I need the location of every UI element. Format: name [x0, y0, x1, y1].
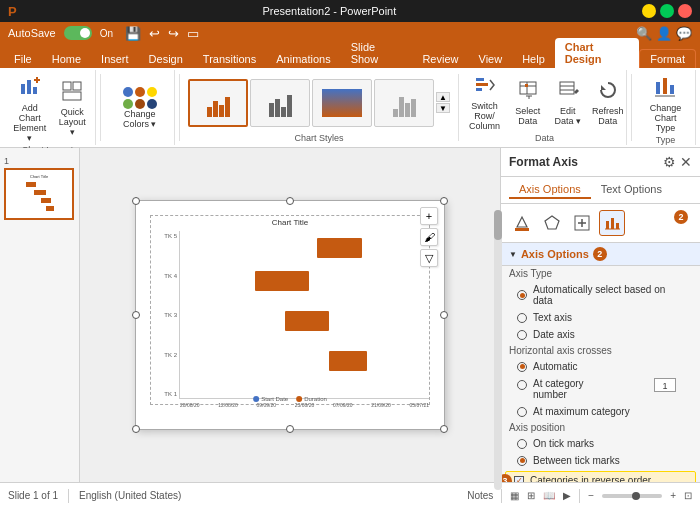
auto-select-option[interactable]: Automatically select based on data	[501, 281, 700, 309]
reverse-order-option[interactable]: Categories in reverse order 3	[505, 471, 696, 482]
tab-chart-design[interactable]: Chart Design	[555, 38, 639, 68]
tab-home[interactable]: Home	[42, 50, 91, 68]
tab-text-options[interactable]: Text Options	[591, 181, 672, 199]
zoom-slider[interactable]	[602, 494, 662, 498]
autosave-toggle[interactable]	[64, 26, 92, 40]
save-icon[interactable]: 💾	[125, 26, 141, 41]
format-effects-icon[interactable]	[539, 210, 565, 236]
tab-file[interactable]: File	[4, 50, 42, 68]
select-data-button[interactable]: SelectData	[510, 77, 546, 128]
edit-data-button[interactable]: EditData ▾	[550, 77, 586, 128]
chart-plus-button[interactable]: +	[420, 207, 438, 225]
radio-auto[interactable]	[517, 290, 527, 300]
tab-slideshow[interactable]: Slide Show	[341, 38, 413, 68]
select-data-icon	[517, 79, 539, 106]
toolbar-icon[interactable]: ▭	[187, 26, 199, 41]
window-controls	[642, 4, 692, 18]
tab-animations[interactable]: Animations	[266, 50, 340, 68]
redo-icon[interactable]: ↪	[168, 26, 179, 41]
switch-row-column-button[interactable]: Switch Row/Column	[463, 72, 506, 133]
chart-container[interactable]: Chart Title TK 5 TK 4 TK 3 TK 2 TK 1	[150, 215, 430, 405]
on-tick-option[interactable]: On tick marks	[501, 435, 700, 452]
style-scroll-down[interactable]: ▼	[436, 103, 450, 113]
radio-max-category[interactable]	[517, 407, 527, 417]
slide-sorter-icon[interactable]: ⊞	[527, 490, 535, 501]
refresh-data-button[interactable]: RefreshData	[590, 77, 626, 128]
zoom-fit-button[interactable]: ⊡	[684, 490, 692, 501]
handle-bm[interactable]	[286, 425, 294, 433]
status-right: Notes ▦ ⊞ 📖 ▶ − + ⊡	[467, 489, 692, 503]
minimize-button[interactable]	[642, 4, 656, 18]
format-fill-icon[interactable]	[509, 210, 535, 236]
chart-style-1[interactable]	[188, 79, 248, 127]
radio-automatic[interactable]	[517, 362, 527, 372]
quick-layout-button[interactable]: QuickLayout ▾	[54, 78, 90, 139]
automatic-option[interactable]: Automatic	[501, 358, 700, 375]
handle-mr[interactable]	[440, 311, 448, 319]
panel-close-button[interactable]: ✕	[680, 154, 692, 170]
reading-view-icon[interactable]: 📖	[543, 490, 555, 501]
panel-scrollbar-track[interactable]	[494, 210, 502, 490]
svg-rect-15	[560, 82, 574, 94]
tab-transitions[interactable]: Transitions	[193, 50, 266, 68]
chart-style-2[interactable]	[250, 79, 310, 127]
svg-rect-26	[41, 198, 51, 203]
zoom-thumb[interactable]	[632, 492, 640, 500]
radio-between-tick[interactable]	[517, 456, 527, 466]
change-chart-type-button[interactable]: ChangeChart Type	[642, 72, 689, 135]
at-category-option[interactable]: At category number 1	[501, 375, 700, 403]
chart-style-3[interactable]	[312, 79, 372, 127]
normal-view-icon[interactable]: ▦	[510, 490, 519, 501]
tab-design[interactable]: Design	[139, 50, 193, 68]
category-number-input[interactable]: 1	[654, 378, 676, 392]
mini-bar	[287, 95, 292, 117]
zoom-in-button[interactable]: +	[670, 490, 676, 501]
share-icon[interactable]: 👤	[656, 26, 672, 41]
maximize-button[interactable]	[660, 4, 674, 18]
color-circle-dark-orange	[135, 99, 145, 109]
change-colors-button[interactable]: ChangeColors ▾	[119, 85, 161, 131]
format-size-icon[interactable]	[569, 210, 595, 236]
handle-ml[interactable]	[132, 311, 140, 319]
tab-help[interactable]: Help	[512, 50, 555, 68]
zoom-out-button[interactable]: −	[588, 490, 594, 501]
close-button[interactable]	[678, 4, 692, 18]
mini-bar	[399, 97, 404, 117]
comments-icon[interactable]: 💬	[676, 26, 692, 41]
panel-settings-icon[interactable]: ⚙	[663, 154, 676, 170]
tab-axis-options[interactable]: Axis Options	[509, 181, 591, 199]
notes-button[interactable]: Notes	[467, 490, 493, 501]
panel-scrollbar-thumb[interactable]	[494, 210, 502, 240]
tab-format[interactable]: Format	[639, 49, 696, 68]
slide-thumbnail[interactable]: Chart Title	[4, 168, 74, 220]
search-icon[interactable]: 🔍	[636, 26, 652, 41]
handle-br[interactable]	[440, 425, 448, 433]
radio-at-category[interactable]	[517, 380, 527, 390]
radio-on-tick[interactable]	[517, 439, 527, 449]
add-chart-element-button[interactable]: Add ChartElement ▾	[9, 72, 50, 145]
radio-date-axis[interactable]	[517, 330, 527, 340]
handle-tr[interactable]	[440, 197, 448, 205]
date-axis-option[interactable]: Date axis	[501, 326, 700, 343]
style-scroll-up[interactable]: ▲	[436, 92, 450, 102]
tab-view[interactable]: View	[469, 50, 513, 68]
handle-bl[interactable]	[132, 425, 140, 433]
tab-review[interactable]: Review	[412, 50, 468, 68]
chart-style-4[interactable]	[374, 79, 434, 127]
slideshow-icon[interactable]: ▶	[563, 490, 571, 501]
handle-tl[interactable]	[132, 197, 140, 205]
checkbox-reverse[interactable]	[514, 476, 524, 483]
chart-filter-button[interactable]: ▽	[420, 249, 438, 267]
axis-options-section[interactable]: ▼ Axis Options 2	[501, 243, 700, 266]
chart-brush-button[interactable]: 🖌	[420, 228, 438, 246]
legend-item-2: Duration	[296, 396, 327, 402]
undo-icon[interactable]: ↩	[149, 26, 160, 41]
radio-text-axis[interactable]	[517, 313, 527, 323]
text-axis-option[interactable]: Text axis	[501, 309, 700, 326]
max-category-option[interactable]: At maximum category	[501, 403, 700, 420]
handle-tm[interactable]	[286, 197, 294, 205]
tab-insert[interactable]: Insert	[91, 50, 139, 68]
between-tick-option[interactable]: Between tick marks	[501, 452, 700, 469]
format-axis-icon[interactable]	[599, 210, 625, 236]
slide-canvas[interactable]: Chart Title TK 5 TK 4 TK 3 TK 2 TK 1	[135, 200, 445, 430]
